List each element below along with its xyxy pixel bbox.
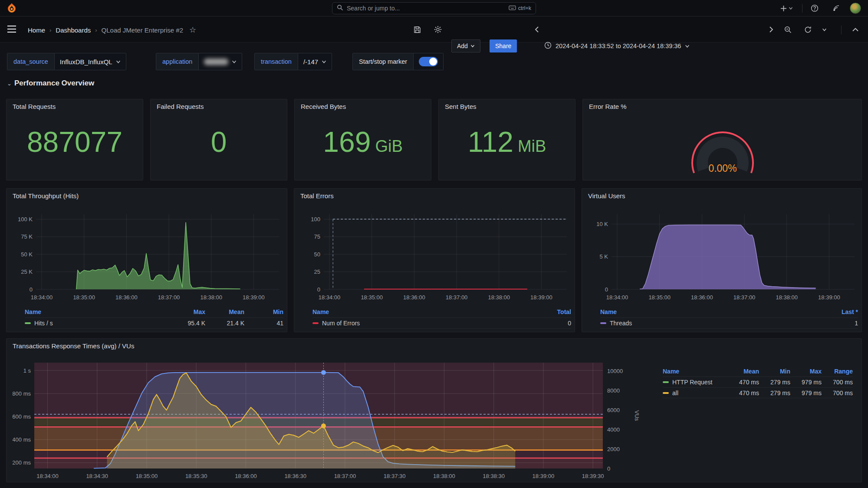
- divider: [841, 26, 842, 34]
- stat-value: 169GiB: [323, 128, 402, 156]
- breadcrumb-current: QLoad JMeter Enterprise #2: [102, 26, 183, 34]
- panel-error-rate[interactable]: Error Rate % 0.00%: [582, 99, 862, 180]
- data-source-label[interactable]: data_source: [7, 53, 55, 70]
- caret-down-icon: [470, 44, 475, 48]
- transaction-select[interactable]: /-147: [298, 53, 332, 70]
- svg-text:100 K: 100 K: [18, 216, 33, 223]
- svg-text:18:36:00: 18:36:00: [115, 294, 138, 301]
- svg-text:18:35:00: 18:35:00: [136, 473, 158, 479]
- panel-total-requests[interactable]: Total Requests 887077: [6, 99, 143, 180]
- svg-text:18:34:30: 18:34:30: [86, 473, 108, 479]
- plus-icon: [780, 5, 787, 12]
- panel-title: Sent Bytes: [439, 99, 575, 110]
- stat-value: 887077: [27, 128, 122, 156]
- svg-text:25 K: 25 K: [21, 269, 33, 275]
- row-performance-overview[interactable]: ⌄ Performance Overview: [7, 79, 94, 88]
- legend-header: NameLast *: [600, 306, 858, 318]
- panel-title: Received Bytes: [295, 99, 431, 110]
- panel-total-errors[interactable]: Total Errors 18:34:0018:35:0018:36:0018:…: [294, 188, 575, 332]
- avatar[interactable]: [850, 3, 861, 14]
- caret-down-icon: [685, 44, 690, 49]
- legend-header: NameTotal: [312, 306, 571, 318]
- data-source-select[interactable]: InfluxDB_InfluxQL: [55, 53, 126, 70]
- panel-title: Error Rate %: [583, 99, 861, 110]
- variable-transaction: transaction /-147: [254, 53, 332, 70]
- svg-text:6000: 6000: [607, 407, 620, 413]
- star-icon[interactable]: ☆: [189, 25, 196, 35]
- panel-failed-requests[interactable]: Failed Requests 0: [150, 99, 287, 180]
- svg-text:8000: 8000: [607, 387, 620, 394]
- new-dropdown-button[interactable]: [777, 2, 796, 15]
- panel-total-throughput[interactable]: Total Throughput (Hits) 18:34:0018:35:00…: [6, 188, 287, 332]
- svg-text:18:35:00: 18:35:00: [648, 294, 671, 301]
- news-icon[interactable]: [830, 2, 843, 15]
- stat-value: 0: [211, 128, 227, 156]
- svg-text:0: 0: [317, 286, 320, 293]
- svg-text:18:36:00: 18:36:00: [403, 294, 425, 301]
- transaction-label[interactable]: transaction: [254, 53, 298, 70]
- svg-text:18:39:00: 18:39:00: [530, 294, 552, 301]
- panel-received-bytes[interactable]: Received Bytes 169GiB: [294, 99, 431, 180]
- shortcut-badge: ctrl+k: [509, 5, 531, 12]
- svg-text:200 ms: 200 ms: [13, 459, 31, 466]
- help-icon[interactable]: [808, 2, 821, 15]
- svg-text:18:39:30: 18:39:30: [582, 473, 604, 479]
- legend-header: NameMaxMeanMin: [25, 306, 283, 318]
- series-swatch: [663, 392, 669, 394]
- gear-icon[interactable]: [431, 23, 444, 36]
- panel-sent-bytes[interactable]: Sent Bytes 112MiB: [438, 99, 575, 180]
- svg-text:18:35:00: 18:35:00: [361, 294, 383, 301]
- refresh-interval-caret[interactable]: [819, 23, 829, 36]
- svg-text:10 K: 10 K: [596, 221, 608, 227]
- chevron-left-icon[interactable]: [530, 23, 543, 36]
- chevron-right-icon: ›: [49, 27, 51, 33]
- svg-text:18:34:00: 18:34:00: [319, 294, 341, 301]
- legend-row[interactable]: HTTP Request470 ms279 ms979 ms700 ms: [663, 377, 853, 387]
- svg-text:18:38:00: 18:38:00: [433, 473, 455, 479]
- timeseries-chart[interactable]: 18:34:0018:34:3018:35:0018:35:3018:36:00…: [13, 351, 646, 481]
- svg-text:18:37:00: 18:37:00: [733, 294, 756, 301]
- application-select[interactable]: [199, 53, 242, 70]
- svg-text:18:38:30: 18:38:30: [483, 473, 505, 479]
- series-swatch: [600, 322, 606, 324]
- svg-text:75 K: 75 K: [21, 233, 33, 240]
- caret-down-icon: [789, 6, 793, 10]
- panel-title: Total Throughput (Hits): [7, 189, 287, 200]
- breadcrumb-home[interactable]: Home: [28, 26, 45, 34]
- time-range-picker[interactable]: 2024-04-24 18:33:52 to 2024-04-24 18:39:…: [544, 39, 690, 52]
- panel-response-times[interactable]: Transactions Response Times (avg) / VUs …: [6, 338, 862, 482]
- search-input[interactable]: Search or jump to... ctrl+k: [332, 2, 536, 14]
- panel-virtual-users[interactable]: Virtual Users 18:34:0018:35:0018:36:0018…: [582, 188, 862, 332]
- series-swatch: [25, 322, 31, 324]
- svg-text:2000: 2000: [607, 446, 620, 452]
- legend-row[interactable]: all470 ms279 ms979 ms700 ms: [663, 387, 853, 398]
- legend-row[interactable]: Threads1: [600, 318, 858, 329]
- refresh-icon[interactable]: [801, 23, 814, 36]
- share-button[interactable]: Share: [490, 39, 517, 52]
- toggle-knob: [429, 58, 437, 66]
- svg-text:18:35:30: 18:35:30: [185, 473, 207, 479]
- panel-title: Failed Requests: [151, 99, 287, 110]
- timeseries-chart[interactable]: 18:34:0018:35:0018:36:0018:37:0018:38:00…: [10, 201, 284, 305]
- chevron-up-icon[interactable]: [849, 23, 862, 36]
- svg-text:0: 0: [605, 286, 608, 293]
- svg-text:100: 100: [311, 216, 320, 223]
- breadcrumb-dashboards[interactable]: Dashboards: [56, 26, 91, 34]
- grafana-logo[interactable]: [6, 3, 17, 16]
- zoom-out-icon[interactable]: [781, 23, 794, 36]
- save-icon[interactable]: [411, 23, 424, 36]
- legend-table: NameTotalNum of Errors0: [312, 306, 571, 329]
- svg-text:5 K: 5 K: [599, 253, 608, 260]
- timeseries-chart[interactable]: 18:34:0018:35:0018:36:0018:37:0018:38:00…: [298, 201, 572, 305]
- add-button[interactable]: Add: [451, 39, 480, 52]
- timeseries-chart[interactable]: 18:34:0018:35:0018:36:0018:37:0018:38:00…: [585, 201, 860, 305]
- svg-text:0: 0: [607, 465, 610, 472]
- menu-icon[interactable]: [5, 23, 18, 36]
- legend-row[interactable]: Hits / s95.4 K21.4 K41: [25, 318, 283, 329]
- svg-text:18:34:00: 18:34:00: [606, 294, 628, 301]
- chevron-right-icon[interactable]: [765, 23, 778, 36]
- marker-toggle[interactable]: [419, 57, 438, 66]
- application-label[interactable]: application: [156, 53, 199, 70]
- section-title: Performance Overview: [14, 79, 94, 88]
- legend-row[interactable]: Num of Errors0: [312, 318, 571, 329]
